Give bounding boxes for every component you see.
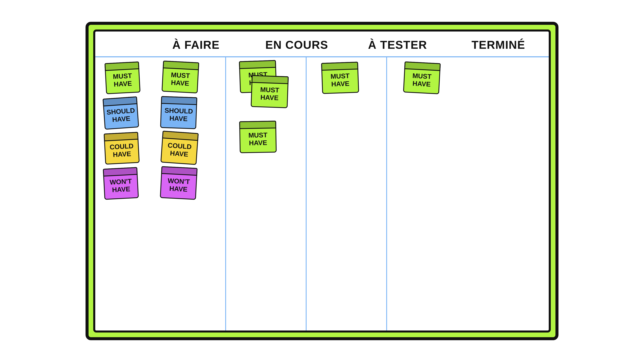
note-must-have-left1[interactable]: MUSTHAVE — [104, 61, 140, 94]
note-text: MUSTHAVE — [412, 72, 432, 88]
note-text: SHOULDHAVE — [106, 106, 136, 124]
note-text: MUSTHAVE — [260, 86, 279, 102]
note-could-have-afaire[interactable]: COULDHAVE — [160, 131, 199, 165]
header-encours: EN COURS — [246, 38, 347, 51]
note-should-have-left1[interactable]: SHOULDHAVE — [103, 96, 139, 130]
note-text: SHOULDHAVE — [164, 106, 193, 123]
note-must-have-encours2[interactable]: MUSTHAVE — [251, 75, 289, 108]
note-text: MUSTHAVE — [330, 72, 350, 88]
note-should-have-afaire[interactable]: SHOULDHAVE — [160, 96, 198, 129]
note-text: COULDHAVE — [167, 141, 192, 158]
note-must-have-afaire[interactable]: MUSTHAVE — [162, 61, 199, 93]
header-termine: TERMINÉ — [448, 38, 549, 51]
col-encours: MUSTHAVE MUSTHAVE MUSTHAVE — [226, 57, 306, 331]
col-afaire: MUSTHAVE SHOULDHAVE COULDHAVE WON'THAVE — [146, 57, 226, 331]
note-text: MUSTHAVE — [170, 71, 190, 87]
left-label-col: MUSTHAVE SHOULDHAVE COULDHAVE WON'THAVE — [95, 57, 146, 331]
board-header: À FAIRE EN COURS À TESTER TERMINÉ — [95, 31, 549, 57]
board-body: MUSTHAVE SHOULDHAVE COULDHAVE WON'THAVE — [95, 57, 549, 331]
note-must-have-termine[interactable]: MUSTHAVE — [403, 61, 440, 94]
col-atester: MUSTHAVE — [306, 57, 387, 331]
note-wont-have-left1[interactable]: WON'THAVE — [103, 167, 139, 200]
note-must-have-atester[interactable]: MUSTHAVE — [321, 62, 359, 94]
inner-board: À FAIRE EN COURS À TESTER TERMINÉ MUSTHA… — [93, 29, 551, 333]
outer-border: À FAIRE EN COURS À TESTER TERMINÉ MUSTHA… — [86, 22, 558, 340]
note-text: MUSTHAVE — [113, 72, 132, 88]
header-afaire: À FAIRE — [146, 38, 246, 51]
note-text: COULDHAVE — [110, 142, 134, 159]
note-could-have-left1[interactable]: COULDHAVE — [104, 132, 140, 165]
col-termine: MUSTHAVE — [387, 57, 549, 331]
note-text: MUSTHAVE — [248, 131, 268, 147]
note-text: WON'THAVE — [110, 177, 132, 194]
note-must-have-encours3[interactable]: MUSTHAVE — [239, 121, 276, 153]
note-text: WON'THAVE — [167, 177, 190, 193]
header-atester: À TESTER — [347, 38, 448, 51]
note-wont-have-afaire[interactable]: WON'THAVE — [160, 166, 198, 200]
